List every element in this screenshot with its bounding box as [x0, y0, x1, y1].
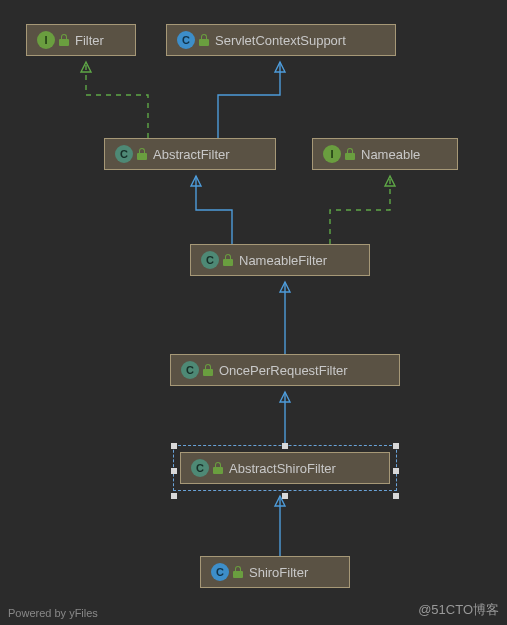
class-node-abstractfilter[interactable]: CAbstractFilter: [104, 138, 276, 170]
class-badge-icon: C: [201, 251, 219, 269]
lock-icon: [59, 34, 69, 46]
node-label: AbstractShiroFilter: [229, 461, 336, 476]
selection-handle[interactable]: [171, 468, 177, 474]
footer-right: @51CTO博客: [418, 601, 499, 619]
lock-icon: [213, 462, 223, 474]
class-node-abstractshiro[interactable]: CAbstractShiroFilter: [180, 452, 390, 484]
node-label: Nameable: [361, 147, 420, 162]
edge-extends: [196, 176, 232, 244]
arrowhead-icon: [275, 62, 285, 72]
class-badge-icon: C: [211, 563, 229, 581]
class-badge-icon: C: [191, 459, 209, 477]
interface-badge-icon: I: [323, 145, 341, 163]
class-badge-icon: C: [115, 145, 133, 163]
lock-icon: [199, 34, 209, 46]
arrowhead-icon: [280, 392, 290, 402]
class-node-onceperreq[interactable]: COncePerRequestFilter: [170, 354, 400, 386]
footer-left: Powered by yFiles: [8, 607, 98, 619]
class-node-nameablefilter[interactable]: CNameableFilter: [190, 244, 370, 276]
arrowhead-icon: [191, 176, 201, 186]
node-label: ServletContextSupport: [215, 33, 346, 48]
selection-handle[interactable]: [393, 443, 399, 449]
selection-handle[interactable]: [393, 493, 399, 499]
class-node-servletctx[interactable]: CServletContextSupport: [166, 24, 396, 56]
selection-handle[interactable]: [171, 443, 177, 449]
node-label: ShiroFilter: [249, 565, 308, 580]
selection-handle[interactable]: [171, 493, 177, 499]
selection-handle[interactable]: [282, 443, 288, 449]
node-label: NameableFilter: [239, 253, 327, 268]
lock-icon: [203, 364, 213, 376]
edge-extends: [218, 62, 280, 138]
node-label: Filter: [75, 33, 104, 48]
class-badge-icon: C: [177, 31, 195, 49]
node-label: OncePerRequestFilter: [219, 363, 348, 378]
edge-implements: [86, 62, 148, 138]
class-node-nameable[interactable]: INameable: [312, 138, 458, 170]
class-badge-icon: C: [181, 361, 199, 379]
arrowhead-icon: [385, 176, 395, 186]
lock-icon: [137, 148, 147, 160]
arrowhead-icon: [280, 282, 290, 292]
lock-icon: [345, 148, 355, 160]
edge-implements: [330, 176, 390, 244]
selection-handle[interactable]: [282, 493, 288, 499]
arrowhead-icon: [81, 62, 91, 72]
lock-icon: [223, 254, 233, 266]
interface-badge-icon: I: [37, 31, 55, 49]
node-label: AbstractFilter: [153, 147, 230, 162]
class-node-filter[interactable]: IFilter: [26, 24, 136, 56]
selection-handle[interactable]: [393, 468, 399, 474]
lock-icon: [233, 566, 243, 578]
class-node-shirofilter[interactable]: CShiroFilter: [200, 556, 350, 588]
